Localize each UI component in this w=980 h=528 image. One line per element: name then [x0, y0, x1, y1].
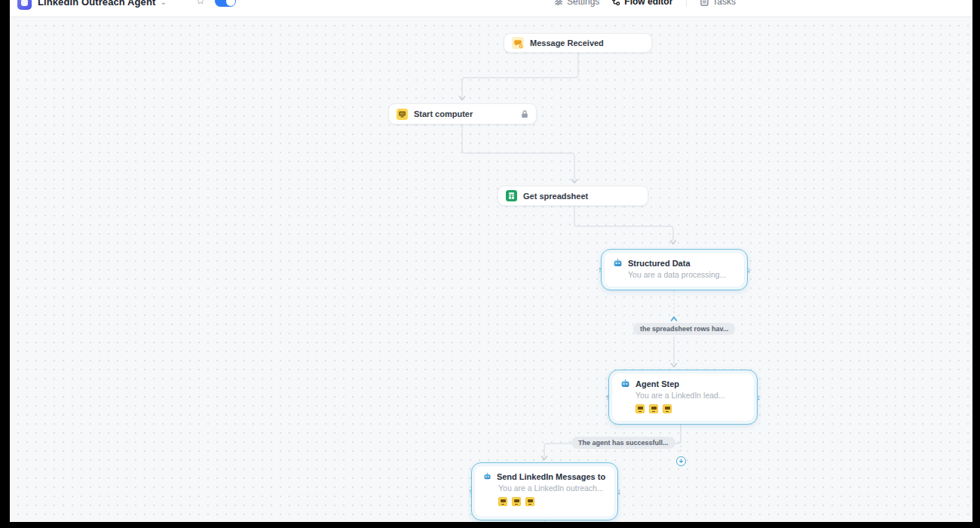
tool-computer-icon: [512, 497, 521, 506]
tool-computer-icon: [498, 497, 507, 506]
node-title: Agent Step: [635, 379, 679, 388]
agent-card: Structured Data You are a data processin…: [604, 252, 745, 287]
message-plus-icon: [512, 37, 524, 49]
node-subtitle: You are a LinkedIn outreach...: [498, 483, 606, 493]
tool-computer-icon: [663, 404, 672, 413]
plus-icon: +: [679, 458, 684, 465]
tool-list: [498, 497, 606, 506]
node-agent-step[interactable]: ↑ ↓ Agent Step You are a LinkedIn lead..…: [608, 370, 758, 425]
flow-canvas[interactable]: Message Received Start computer: [10, 17, 972, 522]
lock-icon: [521, 110, 528, 118]
loop-up-arrow-icon: ↑: [598, 265, 602, 273]
star-icon: [196, 0, 205, 5]
node-title: Start computer: [414, 109, 473, 118]
flow-enabled-toggle[interactable]: [215, 0, 236, 7]
node-subtitle: You are a LinkedIn lead...: [635, 391, 746, 400]
tool-list: [635, 404, 746, 413]
tool-computer-icon: [649, 404, 658, 413]
robot-icon: [620, 379, 630, 388]
node-get-spreadsheet[interactable]: Get spreadsheet: [498, 186, 648, 206]
loop-down-arrow-icon: ↓: [747, 265, 752, 273]
settings-button[interactable]: Settings: [554, 0, 599, 7]
workflow-icon: [611, 0, 620, 6]
letterbox-frame: LinkedIn Outreach Agent ⌄ Settings: [0, 0, 980, 528]
page-title: LinkedIn Outreach Agent: [38, 0, 155, 8]
edge-condition-label[interactable]: The agent has successfull...: [571, 437, 675, 449]
node-title: Structured Data: [628, 259, 691, 268]
node-send-linkedin-messages[interactable]: ↑ ↓ Send LinkedIn Messages to Ext... You…: [471, 462, 618, 520]
tasks-button[interactable]: Tasks: [700, 0, 736, 7]
edge-condition-label[interactable]: the spreadsheet rows hav...: [633, 323, 735, 335]
node-start-computer[interactable]: Start computer: [388, 103, 537, 124]
node-title: Send LinkedIn Messages to Ext...: [497, 472, 606, 481]
node-subtitle: You are a data processing...: [628, 270, 736, 279]
loop-down-arrow-icon: ↓: [617, 487, 622, 495]
edge-connectors: [10, 17, 972, 522]
tasks-icon: [700, 0, 709, 6]
add-node-button[interactable]: +: [676, 456, 686, 466]
agent-card: Send LinkedIn Messages to Ext... You are…: [474, 465, 615, 517]
robot-icon: [483, 471, 492, 481]
loop-up-arrow-icon: ↑: [468, 487, 473, 495]
app-window: LinkedIn Outreach Agent ⌄ Settings: [10, 0, 972, 522]
settings-label: Settings: [567, 0, 599, 7]
agent-card: Agent Step You are a LinkedIn lead...: [611, 373, 755, 422]
node-message-received[interactable]: Message Received: [504, 33, 652, 53]
nav-divider: [686, 0, 687, 7]
app-logo[interactable]: [17, 0, 32, 10]
robot-icon: [613, 258, 623, 268]
favorite-star-button[interactable]: [196, 0, 205, 5]
loop-up-arrow-icon: ↑: [605, 392, 610, 401]
flow-editor-label: Flow editor: [624, 0, 672, 7]
loop-down-arrow-icon: ↓: [757, 392, 761, 401]
chevron-down-icon: ⌄: [160, 0, 166, 6]
node-title: Message Received: [530, 38, 604, 48]
tool-computer-icon: [635, 404, 645, 413]
flow-editor-tab[interactable]: Flow editor: [611, 0, 672, 7]
node-structured-data[interactable]: ↑ ↓ Structured Data Y: [601, 249, 748, 290]
node-title: Get spreadsheet: [523, 192, 588, 201]
header-nav: Settings Flow editor: [554, 0, 736, 9]
flow-title-dropdown[interactable]: LinkedIn Outreach Agent ⌄: [38, 0, 167, 9]
spreadsheet-icon: [506, 190, 517, 201]
header-bar: LinkedIn Outreach Agent ⌄ Settings: [10, 0, 972, 17]
sliders-icon: [554, 0, 563, 6]
tasks-label: Tasks: [712, 0, 736, 7]
tool-computer-icon: [525, 497, 534, 506]
computer-icon: [397, 109, 408, 120]
